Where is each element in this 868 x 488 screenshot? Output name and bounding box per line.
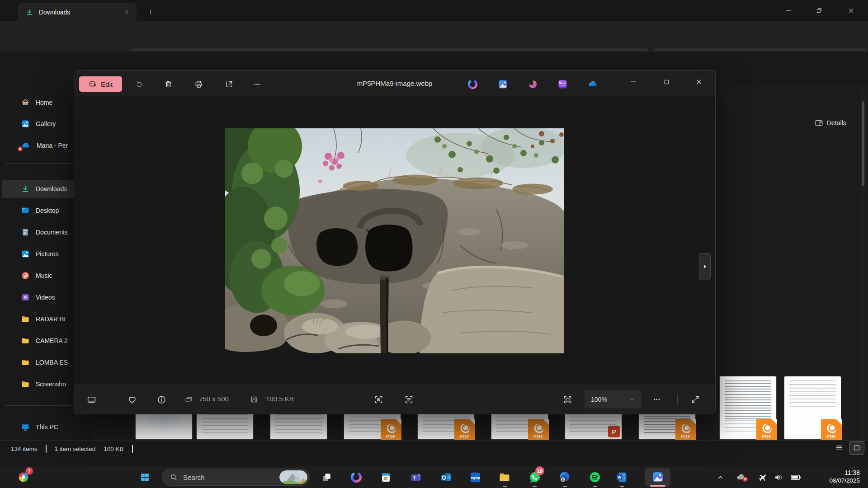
photo-rock-caves[interactable] [225, 128, 564, 353]
details-button[interactable]: Details [812, 115, 849, 131]
tray-volume[interactable] [771, 466, 786, 488]
details-label: Details [827, 119, 846, 127]
selection-size: 100 KB [104, 446, 123, 452]
taskbar-file-explorer[interactable] [494, 466, 515, 488]
text-actions-icon [404, 395, 414, 404]
taskbar-photos-active[interactable] [645, 468, 670, 487]
designer-icon [528, 79, 538, 89]
print-button[interactable] [189, 76, 208, 92]
rotate-button[interactable] [130, 76, 149, 92]
start-button[interactable] [134, 466, 156, 488]
taskbar-whatsapp[interactable]: 18 [524, 466, 545, 488]
copilot-button[interactable] [467, 78, 478, 90]
taskbar-search-label: Search [183, 474, 274, 481]
more-options-button[interactable] [648, 390, 666, 408]
explorer-close-button[interactable] [840, 0, 861, 21]
fit-to-window-button[interactable] [558, 390, 576, 408]
clock-date: 08/07/2025 [829, 477, 860, 485]
folder-icon [21, 380, 30, 389]
copilot-icon [467, 79, 478, 89]
photos-close-button[interactable] [689, 70, 709, 93]
tab-close-button[interactable] [120, 6, 132, 18]
share-button[interactable] [219, 76, 238, 92]
info-icon [157, 395, 166, 404]
tray-onedrive-error[interactable] [733, 466, 749, 488]
taskbar-store[interactable] [375, 466, 396, 488]
zoom-level-dropdown[interactable]: 100% [585, 390, 642, 408]
task-view-button[interactable] [316, 466, 337, 488]
pdf-badge: PDF [528, 419, 549, 440]
selection-count: 1 item selected [55, 446, 96, 452]
photos-bottom-bar: 750 x 500 100.5 KB 100% [74, 384, 716, 414]
photos-title-bar[interactable]: Edit mP5PHMa9-image.webp [74, 70, 715, 96]
photos-app-button[interactable] [497, 78, 509, 90]
visual-search-icon [374, 395, 383, 404]
edit-button-label: Edit [101, 80, 113, 88]
delete-button[interactable] [159, 76, 178, 92]
edit-image-icon [89, 80, 97, 89]
list-view-button[interactable] [832, 441, 846, 454]
gallery-icon [21, 119, 30, 128]
word-icon [616, 471, 627, 483]
edit-button[interactable]: Edit [79, 76, 122, 92]
taskbar: 7 Search 18 [0, 466, 868, 488]
bing-daily-image[interactable] [279, 470, 307, 484]
taskbar-word[interactable] [611, 466, 632, 488]
running-indicator [620, 486, 624, 487]
file-thumbnail-pdf[interactable]: PDF [784, 376, 841, 439]
photos-window: Edit mP5PHMa9-image.webp [74, 70, 716, 414]
clipchamp-button[interactable] [557, 78, 568, 90]
taskbar-copilot[interactable] [345, 466, 367, 488]
this-pc-icon [21, 422, 30, 432]
next-image-button[interactable] [699, 253, 711, 280]
file-thumbnail-pdf[interactable]: PDF [720, 376, 776, 439]
clipchamp-icon [557, 79, 568, 89]
new-tab-button[interactable] [144, 5, 157, 19]
designer-button[interactable] [527, 78, 538, 90]
explorer-minimize-button[interactable] [778, 0, 799, 21]
desktop-screen: Downloads Downloads New [0, 0, 868, 488]
favorite-button[interactable] [123, 390, 141, 408]
active-app-indicator [650, 485, 665, 487]
photos-minimize-button[interactable] [623, 70, 644, 93]
sidebar-item-this-pc[interactable]: This PC [2, 418, 91, 436]
filmstrip-toggle-button[interactable] [82, 390, 100, 408]
text-actions-button[interactable] [400, 390, 418, 408]
scrollbar-thumb[interactable] [862, 101, 864, 186]
windows-start-icon [139, 472, 151, 483]
microsoft-store-icon [380, 471, 392, 483]
thumbnail-view-button[interactable] [849, 441, 864, 455]
info-button[interactable] [152, 390, 170, 408]
onedrive-icon [587, 79, 598, 89]
onedrive-icon [21, 141, 31, 150]
explorer-tab-downloads[interactable]: Downloads [18, 3, 137, 21]
play-triangle-icon [702, 263, 708, 270]
taskbar-search[interactable]: Search [162, 469, 310, 486]
more-options-button[interactable] [247, 76, 266, 92]
taskbar-spotify[interactable] [584, 466, 606, 488]
taskbar-clock[interactable]: 11:38 08/07/2025 [829, 469, 860, 485]
explorer-tab-bar: Downloads [0, 0, 868, 21]
outlook-icon [440, 471, 452, 483]
file-explorer-icon [498, 471, 511, 483]
onedrive-button[interactable] [587, 78, 599, 90]
visual-search-button[interactable] [369, 390, 387, 408]
photos-content-area [74, 96, 716, 384]
pdf-badge: PDF [675, 419, 696, 440]
taskbar-teams[interactable] [405, 466, 427, 488]
widgets-button[interactable]: 7 [13, 466, 34, 488]
tray-battery[interactable] [788, 466, 803, 488]
taskbar-edge[interactable] [554, 466, 576, 488]
chevron-up-icon [717, 474, 724, 481]
explorer-restore-button[interactable] [809, 0, 830, 21]
folder-icon [21, 336, 30, 345]
taskbar-myhp[interactable] [464, 466, 486, 488]
fullscreen-button[interactable] [686, 390, 704, 408]
photos-maximize-button[interactable] [656, 70, 677, 93]
explorer-scrollbar[interactable] [861, 90, 865, 438]
taskbar-outlook[interactable] [435, 466, 457, 488]
titlebar-divider [615, 77, 615, 89]
running-indicator [563, 486, 567, 487]
tray-airplane-mode[interactable] [755, 466, 771, 488]
tray-chevron-button[interactable] [712, 466, 728, 488]
